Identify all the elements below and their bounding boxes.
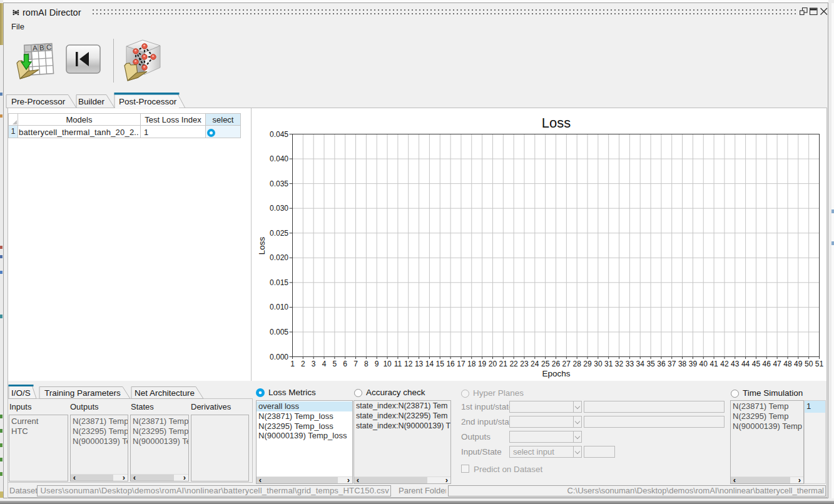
svg-text:5: 5: [333, 360, 337, 368]
svg-text:25: 25: [541, 360, 550, 368]
svg-text:33: 33: [626, 360, 634, 368]
svg-text:0.035: 0.035: [270, 179, 288, 188]
svg-text:9: 9: [375, 360, 379, 368]
svg-text:51: 51: [815, 360, 824, 368]
svg-text:39: 39: [689, 360, 698, 368]
svg-text:46: 46: [763, 360, 771, 368]
svg-text:0.045: 0.045: [270, 130, 288, 139]
svg-text:B: B: [39, 44, 45, 51]
svg-text:36: 36: [657, 360, 666, 368]
svg-text:24: 24: [531, 360, 539, 368]
svg-text:Pre-Processor: Pre-Processor: [11, 97, 66, 106]
svg-text:17: 17: [457, 360, 465, 368]
svg-text:19: 19: [478, 360, 487, 368]
svg-text:40: 40: [699, 360, 708, 368]
svg-text:A: A: [33, 44, 38, 52]
svg-text:35: 35: [646, 360, 655, 368]
svg-text:18: 18: [467, 360, 476, 368]
svg-text:10: 10: [383, 360, 392, 368]
svg-text:31: 31: [604, 360, 613, 368]
svg-text:41: 41: [709, 360, 718, 368]
svg-text:29: 29: [583, 360, 592, 368]
svg-text:12: 12: [404, 360, 413, 368]
svg-text:0.020: 0.020: [270, 253, 288, 262]
svg-text:32: 32: [615, 360, 624, 368]
svg-text:C: C: [46, 43, 52, 51]
svg-text:47: 47: [773, 360, 781, 368]
svg-text:34: 34: [636, 360, 645, 368]
svg-text:0.010: 0.010: [270, 303, 288, 311]
svg-text:0.040: 0.040: [270, 154, 288, 163]
svg-text:Loss: Loss: [257, 236, 267, 255]
svg-text:0.025: 0.025: [270, 229, 288, 238]
svg-text:0.005: 0.005: [270, 328, 288, 336]
svg-text:44: 44: [741, 360, 750, 368]
svg-text:7: 7: [353, 360, 358, 368]
svg-text:15: 15: [436, 360, 445, 368]
svg-text:38: 38: [678, 360, 687, 368]
svg-text:Loss: Loss: [542, 115, 571, 131]
svg-text:Epochs: Epochs: [542, 369, 570, 378]
svg-text:8: 8: [364, 360, 369, 368]
svg-text:22: 22: [509, 360, 518, 368]
svg-text:0.030: 0.030: [270, 204, 288, 213]
svg-text:16: 16: [446, 360, 455, 368]
svg-text:43: 43: [731, 360, 740, 368]
svg-text:23: 23: [520, 360, 529, 368]
svg-text:Builder: Builder: [78, 97, 105, 106]
svg-text:11: 11: [394, 360, 402, 368]
svg-text:27: 27: [562, 360, 571, 368]
svg-text:4: 4: [322, 360, 327, 368]
svg-text:2: 2: [301, 360, 305, 368]
svg-text:0.015: 0.015: [270, 278, 288, 287]
svg-text:20: 20: [489, 360, 497, 368]
svg-text:I/O/S: I/O/S: [11, 388, 31, 398]
svg-text:Training Parameters: Training Parameters: [44, 388, 121, 398]
svg-text:13: 13: [415, 360, 424, 368]
svg-text:0.000: 0.000: [270, 353, 288, 361]
svg-text:14: 14: [425, 360, 434, 368]
svg-text:37: 37: [668, 360, 676, 368]
svg-text:30: 30: [594, 360, 603, 368]
svg-text:1: 1: [290, 360, 295, 368]
svg-text:48: 48: [783, 360, 792, 368]
svg-text:49: 49: [794, 360, 803, 368]
svg-text:6: 6: [343, 360, 347, 368]
svg-text:21: 21: [499, 360, 508, 368]
svg-text:45: 45: [752, 360, 761, 368]
svg-text:26: 26: [552, 360, 561, 368]
svg-text:Post-Processor: Post-Processor: [119, 97, 177, 106]
svg-text:Net Architecture: Net Architecture: [135, 388, 195, 398]
svg-text:3: 3: [312, 360, 316, 368]
svg-text:50: 50: [805, 360, 813, 368]
svg-text:28: 28: [573, 360, 582, 368]
svg-text:42: 42: [720, 360, 729, 368]
